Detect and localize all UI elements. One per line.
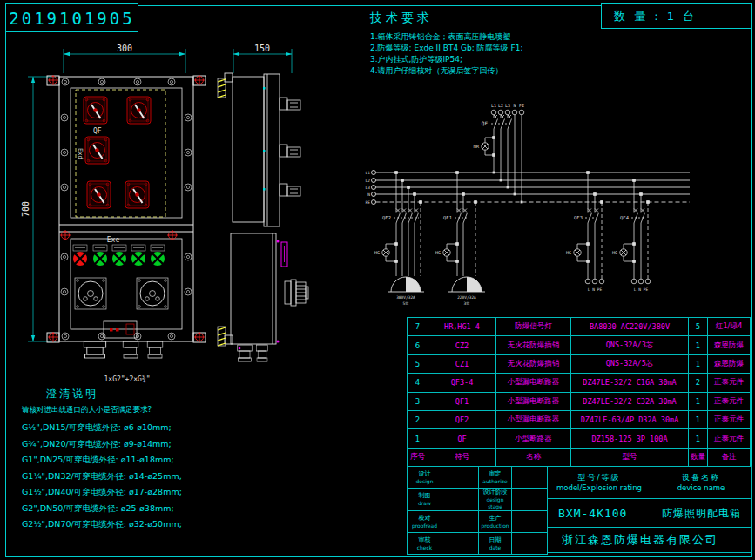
incoming-circuit: [482, 110, 524, 202]
device-name-value: 防爆照明配电箱: [651, 499, 752, 528]
notes-line: G¾",DN20/可穿电缆外径: ø9-ø14mm;: [22, 436, 226, 453]
busbars: [372, 171, 691, 205]
svg-text:N: N: [367, 192, 370, 197]
svg-text:380V/32A: 380V/32A: [396, 295, 415, 300]
svg-text:L N PE: L N PE: [634, 287, 649, 292]
svg-text:3芯: 3芯: [463, 301, 470, 306]
svg-text:L1: L1: [491, 103, 496, 108]
bom-table: 7HR,HG1-4防爆信号灯BA8030-AC220V/380V5红1/绿4 6…: [407, 317, 751, 467]
drawing-sheet: 2019101905 数 量 : 1 台 技术要求 1.箱体采用铸铝合金；表面高…: [0, 0, 755, 560]
nameplate: [104, 321, 137, 338]
mount-lug-hatch: [218, 78, 226, 346]
cable-gland-icon: [238, 345, 268, 361]
notes-question: 请核对进出线通口的大小是否满足要求?: [22, 405, 226, 415]
rotary-switch-icon: [84, 97, 151, 208]
title-block-signatures: 设计design审定authorize 制图draw设计阶段design sta…: [407, 466, 548, 555]
notes-line: G1¼",DN32/可穿电缆外径: ø14-ø25mm,: [22, 469, 226, 485]
table-row: 1QF小型断路器DZ158-125 3P 100A1正泰元件: [408, 429, 751, 448]
lamp-label: HG: [435, 250, 441, 255]
bus-labels: L1 L2 L3 N PE: [366, 171, 371, 205]
svg-text:L1: L1: [366, 171, 371, 175]
dim-width: 300: [117, 44, 132, 53]
svg-text:L3: L3: [505, 103, 510, 108]
side-profile: [225, 73, 280, 344]
table-row: 7HR,HG1-4防爆信号灯BA8030-AC220V/380V5红1/绿4: [408, 318, 751, 336]
dim-height: 700: [21, 201, 30, 217]
mount-hole-icon: [48, 75, 205, 342]
notes-line: G1½",DN40/可穿电缆外径: ø17-ø28mm;: [22, 484, 226, 501]
branch-label: QF2: [382, 215, 391, 220]
tech-line: 3.户内挂式,防护等级IP54;: [370, 54, 618, 65]
svg-text:L N PE: L N PE: [588, 287, 603, 292]
company-name: 浙江森恩防爆电器有限公司: [548, 528, 752, 553]
lamp-label: HG: [566, 250, 571, 255]
pipe-notes: 澄清说明 请核对进出线通口的大小是否满足要求? G½",DN15/可穿电缆外径:…: [22, 387, 226, 533]
side-view: 150: [213, 35, 318, 383]
notes-line: G2½",DN70/可穿电缆外径: ø32-ø50mm;: [22, 516, 226, 533]
branch-qf1: [443, 172, 485, 292]
table-header-row: 序号符号名称型号数量备注: [408, 448, 751, 466]
tech-requirements: 技术要求 1.箱体采用铸铝合金；表面高压静电喷塑 2.防爆等级: Exde II…: [370, 10, 618, 77]
indicator-light-icon: [73, 245, 165, 266]
socket-icon: [75, 278, 168, 309]
wiring-diagram: QF HR L1 L2 L3 N PE L1 L2 L3 N PE: [348, 74, 697, 318]
branch-label: QF3: [574, 215, 583, 220]
branch-label: QF1: [443, 215, 452, 220]
cable-gland-icon: [84, 341, 162, 358]
svg-text:N: N: [513, 103, 516, 108]
exe-mark: Exe: [107, 236, 120, 244]
quantity-box: 数 量 : 1 台: [601, 3, 752, 29]
branch-qf4: [620, 179, 651, 284]
branch-label: QF4: [620, 215, 630, 220]
branch-qf3: [574, 172, 604, 284]
svg-text:PE: PE: [366, 200, 371, 205]
table-row: 5CZ1无火花防爆插销QNS-32A/5芯1森恩防爆: [408, 354, 751, 373]
svg-text:PE: PE: [519, 103, 524, 108]
table-row: 2QF2小型漏电断路器DZ47LE-63/4P D32A 30mA1正泰元件: [408, 410, 751, 428]
branch-qf2: [382, 172, 424, 292]
table-row: 4QF3-4小型漏电断路器DZ47LE-32/2 C16A 30mA2正泰元件: [408, 374, 751, 392]
svg-text:L2: L2: [366, 179, 371, 183]
notes-title: 澄清说明: [46, 387, 226, 401]
model-rating-header: 型号/等级model/Explosion rating: [548, 467, 651, 499]
table-row: 6CZ2无火花防爆插销QNS-32A/3芯1森恩防爆: [408, 336, 751, 354]
drawing-number: 2019101905: [5, 3, 138, 32]
gland-note: 1×G2"+2×G¾": [104, 375, 151, 383]
front-view: 300 700 QF Exd: [17, 35, 218, 394]
model-value: BXM-4K100: [548, 499, 651, 528]
side-handles: [280, 98, 300, 196]
main-lamp-label: HR: [473, 144, 479, 149]
side-breaker-handle: [277, 240, 288, 343]
tech-line: 2.防爆等级: Exde II BT4 Gb; 防腐等级 F1;: [370, 43, 618, 54]
qf-label: QF: [93, 127, 102, 135]
enclosure-outline: [47, 76, 206, 342]
svg-text:5芯: 5芯: [402, 301, 409, 306]
exd-mark: Exd: [77, 148, 84, 159]
svg-text:L3: L3: [366, 186, 371, 190]
incoming-terminal-labels: L1 L2 L3 N PE: [491, 103, 524, 108]
main-breaker-label: QF: [482, 120, 489, 126]
table-row: 3QF1小型漏电断路器DZ47LE-32/2 C32A 30mA1正泰元件: [408, 392, 751, 410]
svg-text:220V/32A: 220V/32A: [457, 295, 476, 300]
tech-line: 1.箱体采用铸铝合金；表面高压静电喷塑: [370, 31, 618, 43]
svg-text:L2: L2: [498, 103, 503, 108]
lamp-label: HG: [612, 250, 617, 255]
dim-depth: 150: [254, 44, 270, 53]
title-block-main: 型号/等级model/Explosion rating 设备名称device n…: [547, 466, 752, 553]
notes-line: G2",DN50/可穿电缆外径: ø25-ø38mm;: [22, 501, 226, 517]
lamp-label: HG: [374, 250, 380, 255]
device-name-header: 设备名称device name: [651, 467, 752, 499]
notes-line: G½",DN15/可穿电缆外径: ø6-ø10mm;: [22, 420, 226, 436]
side-socket: [285, 280, 308, 306]
notes-line: G1",DN25/可穿电缆外径: ø11-ø18mm;: [22, 452, 226, 469]
tech-title: 技术要求: [370, 10, 618, 26]
